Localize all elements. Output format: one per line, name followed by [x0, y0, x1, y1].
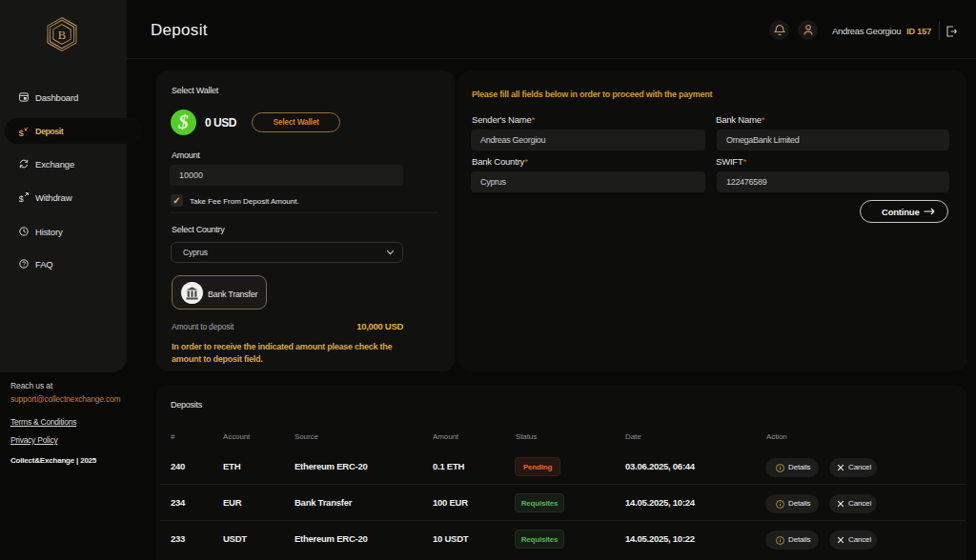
svg-text:B: B — [58, 29, 66, 42]
svg-text:$: $ — [19, 193, 25, 202]
svg-text:$: $ — [19, 128, 25, 136]
